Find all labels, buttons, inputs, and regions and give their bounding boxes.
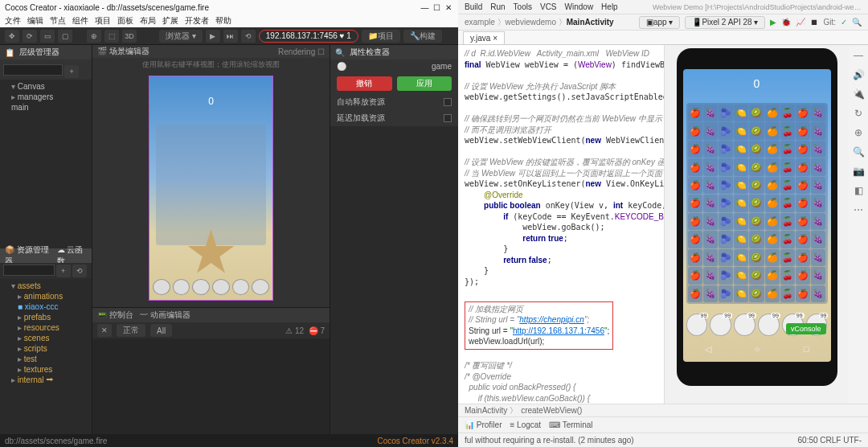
grid-cell[interactable]: 🍊 <box>765 177 780 194</box>
maximize-button[interactable]: ☐ <box>432 3 441 12</box>
grid-cell[interactable]: 🍇 <box>811 158 825 175</box>
grid-cell[interactable]: 🍇 <box>703 122 718 139</box>
crumb-method[interactable]: createWebView() <box>521 406 582 415</box>
menu-project[interactable]: 项目 <box>95 15 111 27</box>
grid-cell[interactable]: 🫐 <box>719 141 733 158</box>
grid-cell[interactable]: 🍊 <box>765 213 780 230</box>
build-button[interactable]: 🔧 构建 <box>403 30 442 43</box>
grid-cell[interactable]: 🥝 <box>749 177 764 194</box>
grid-cell[interactable]: 🍎 <box>796 213 810 230</box>
play-button[interactable]: ▶ <box>206 30 220 43</box>
breadcrumb[interactable]: example 〉webviewdemo 〉MainActivity <box>465 17 614 28</box>
grid-cell[interactable]: 🍎 <box>796 141 810 158</box>
debug-button[interactable]: 🐞 <box>781 18 791 27</box>
grid-cell[interactable]: 🫐 <box>719 158 733 175</box>
project-button[interactable]: 📁 项目 <box>362 30 400 43</box>
terminal-tab[interactable]: ⌨ Terminal <box>549 420 592 429</box>
grid-cell[interactable]: 🍋 <box>734 158 748 175</box>
grid-cell[interactable]: 🍋 <box>734 267 748 284</box>
assets-add-button[interactable]: + <box>56 265 71 277</box>
insp-row-autorelease-checkbox[interactable] <box>444 98 452 106</box>
match3-grid[interactable]: 🍎🍇🫐🍋🥝🍊🍒🍎🍇🍎🍇🫐🍋🥝🍊🍒🍎🍇🍎🍇🫐🍋🥝🍊🍒🍎🍇🍎🍇🫐🍋🥝🍊🍒🍎🍇🍎🍇🫐🍋… <box>686 103 828 304</box>
menu-vcs[interactable]: VCS <box>540 2 557 11</box>
grid-cell[interactable]: 🍇 <box>811 249 825 266</box>
grid-cell[interactable]: 🍎 <box>688 285 702 302</box>
grid-cell[interactable]: 🍊 <box>765 195 780 211</box>
menu-run[interactable]: Run <box>490 2 505 11</box>
grid-cell[interactable]: 🍊 <box>765 105 780 121</box>
grid-cell[interactable]: 🍊 <box>765 267 780 284</box>
assets-folder-scenes[interactable]: scenes <box>0 333 92 343</box>
grid-cell[interactable]: 🍋 <box>734 249 748 266</box>
console-output[interactable] <box>92 338 330 434</box>
nav-home-button[interactable]: ○ <box>755 344 760 357</box>
inspector-revert-button[interactable]: 撤销 <box>337 76 392 91</box>
grid-cell[interactable]: 🍇 <box>703 231 718 248</box>
grid-cell[interactable]: 🫐 <box>719 177 733 194</box>
grid-cell[interactable]: 🍎 <box>688 122 702 139</box>
menu-layout[interactable]: 布局 <box>140 15 156 27</box>
timeline-tab[interactable]: 〰 动画编辑器 <box>140 310 190 321</box>
preview-address-pill[interactable]: 192.168.137.1:7456 ♥ 1 <box>259 30 358 43</box>
grid-cell[interactable]: 🍒 <box>780 141 795 158</box>
menu-developer[interactable]: 开发者 <box>185 15 209 27</box>
grid-cell[interactable]: 🍊 <box>765 122 780 139</box>
grid-cell[interactable]: 🍎 <box>688 158 702 175</box>
grid-cell[interactable]: 🍎 <box>796 177 810 194</box>
game-canvas-node[interactable]: 0 <box>149 76 273 301</box>
menu-edit[interactable]: 编辑 <box>27 15 43 27</box>
grid-cell[interactable]: 🫐 <box>719 267 733 284</box>
grid-cell[interactable]: 🍎 <box>688 249 702 266</box>
editor-tab-java[interactable]: y.java × <box>463 31 505 44</box>
grid-cell[interactable]: 🫐 <box>719 195 733 211</box>
grid-cell[interactable]: 🍎 <box>796 249 810 266</box>
menu-help[interactable]: 帮助 <box>215 15 231 27</box>
assets-folder-internal[interactable]: internal ⮕ <box>0 375 92 385</box>
grid-cell[interactable]: 🍇 <box>811 141 825 158</box>
stop-button[interactable]: ⏹ <box>810 18 818 27</box>
menu-extension[interactable]: 扩展 <box>162 15 178 27</box>
nav-back-button[interactable]: ◁ <box>705 344 711 357</box>
grid-cell[interactable]: 🥝 <box>749 249 764 266</box>
menu-window[interactable]: Window <box>565 2 594 11</box>
grid-cell[interactable]: 🫐 <box>719 213 733 230</box>
hierarchy-node-canvas[interactable]: Canvas <box>0 81 92 92</box>
menu-panel[interactable]: 面板 <box>117 15 133 27</box>
assets-folder-resources[interactable]: resources <box>0 322 92 333</box>
vconsole-button[interactable]: vConsole <box>786 323 826 334</box>
grid-cell[interactable]: 🍇 <box>703 177 718 194</box>
grid-cell[interactable]: 🍇 <box>703 195 718 211</box>
grid-cell[interactable]: 🥝 <box>749 195 764 211</box>
grid-cell[interactable]: 🍇 <box>703 249 718 266</box>
grid-cell[interactable]: 🍎 <box>796 285 810 302</box>
refresh-button[interactable]: ⟲ <box>241 30 256 43</box>
side-layout-icon[interactable]: ◧ <box>852 185 865 198</box>
nav-recent-button[interactable]: □ <box>804 344 809 357</box>
grid-cell[interactable]: 🍒 <box>780 231 795 248</box>
grid-cell[interactable]: 🥝 <box>749 231 764 248</box>
side-more-icon[interactable]: ⋯ <box>852 204 865 217</box>
grid-cell[interactable]: 🍎 <box>688 105 702 121</box>
grid-cell[interactable]: 🍎 <box>796 105 810 121</box>
grid-cell[interactable]: 🍒 <box>780 249 795 266</box>
console-clear-button[interactable]: ✕ <box>97 324 112 337</box>
profiler-tab[interactable]: 📊 Profiler <box>465 420 502 429</box>
rect-tool-button[interactable]: ▢ <box>58 30 72 43</box>
menu-build[interactable]: Build <box>465 2 482 11</box>
device-screen[interactable]: 0 🍎🍇🫐🍋🥝🍊🍒🍎🍇🍎🍇🫐🍋🥝🍊🍒🍎🍇🍎🍇🫐🍋🥝🍊🍒🍎🍇🍎🍇🫐🍋🥝🍊🍒🍎🍇🍎🍇… <box>683 69 831 362</box>
run-config-dropdown[interactable]: ▣ app ▾ <box>639 16 680 29</box>
grid-cell[interactable]: 🍎 <box>688 177 702 194</box>
menu-node[interactable]: 节点 <box>50 15 66 27</box>
assets-folder-animations[interactable]: animations <box>0 291 92 301</box>
menu-tools[interactable]: Tools <box>514 2 532 11</box>
grid-cell[interactable]: 🫐 <box>719 105 733 121</box>
assets-folder-prefabs[interactable]: prefabs <box>0 312 92 322</box>
grid-cell[interactable]: 🍎 <box>796 195 810 211</box>
minimize-button[interactable]: — <box>420 3 429 12</box>
grid-cell[interactable]: 🍇 <box>811 105 825 121</box>
scene-panel-header[interactable]: 🎬 场景编辑器 <box>97 46 149 57</box>
grid-cell[interactable]: 🍊 <box>765 141 780 158</box>
grid-cell[interactable]: 🍒 <box>780 285 795 302</box>
hierarchy-add-button[interactable]: + <box>64 65 79 78</box>
side-add-icon[interactable]: ⊕ <box>852 127 865 140</box>
